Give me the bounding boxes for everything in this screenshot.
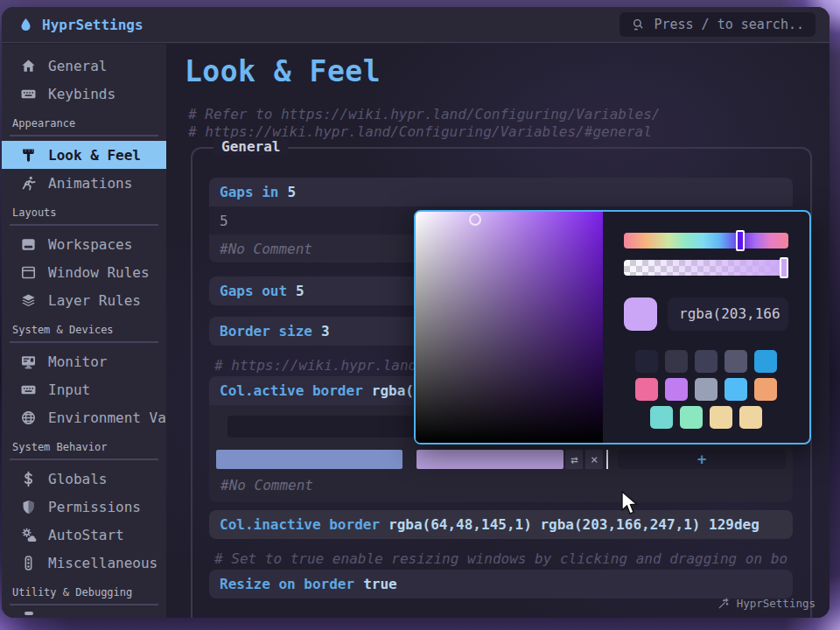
color-value-input[interactable]: rgba(203,166 bbox=[668, 298, 788, 331]
search-input[interactable]: Press / to search.. bbox=[620, 12, 816, 37]
sidebar-item-label: Look & Feel bbox=[48, 147, 141, 164]
page-comments: # Refer to https://wiki.hypr.land/Config… bbox=[188, 106, 660, 141]
sidebar-item-label: Globals bbox=[48, 471, 107, 487]
title-bar: HyprSettings Press / to search.. bbox=[2, 7, 830, 43]
color-chip-2[interactable] bbox=[416, 450, 564, 469]
palette-row bbox=[635, 378, 777, 401]
setting-name: Col.active border bbox=[220, 382, 363, 399]
add-color-button[interactable]: + bbox=[618, 450, 786, 469]
traffic-light-icon bbox=[20, 555, 37, 571]
setting-value: 5 bbox=[287, 184, 296, 200]
color-picker-popup: rgba(203,166 bbox=[414, 210, 811, 444]
palette-swatch[interactable] bbox=[650, 406, 673, 429]
sidebar-item-general[interactable]: General bbox=[2, 52, 166, 80]
sidebar-item-layer-rules[interactable]: Layer Rules bbox=[2, 286, 166, 314]
setting-header-col-inactive[interactable]: Col.inactive border rgba(64,48,145,1) rg… bbox=[209, 510, 793, 539]
swap-colors-button[interactable]: ⇄ bbox=[565, 450, 583, 469]
palette-swatch[interactable] bbox=[665, 350, 688, 373]
sidebar-item-workspaces[interactable]: Workspaces bbox=[2, 230, 166, 258]
palette-swatch[interactable] bbox=[710, 406, 732, 429]
footer-brand-label: HyprSettings bbox=[737, 597, 816, 610]
gear-cloud-icon bbox=[20, 527, 37, 543]
palette-swatch[interactable] bbox=[754, 378, 777, 401]
home-icon bbox=[20, 58, 37, 74]
workspace-icon bbox=[20, 236, 37, 253]
hue-slider[interactable] bbox=[624, 233, 788, 248]
setting-name: Gaps out bbox=[220, 283, 287, 299]
setting-value: 3 bbox=[321, 323, 330, 340]
sidebar-item-animations[interactable]: Animations bbox=[2, 169, 166, 197]
col-active-comment: #No Comment bbox=[220, 477, 786, 494]
setting-col-inactive-border: Col.inactive border rgba(64,48,145,1) rg… bbox=[209, 510, 793, 539]
setting-value: 5 bbox=[296, 283, 304, 299]
sidebar-item-autostart[interactable]: AutoStart bbox=[2, 521, 166, 549]
sidebar-item-globals[interactable]: Globals bbox=[2, 465, 166, 493]
alpha-slider-handle[interactable] bbox=[780, 257, 788, 278]
hue-slider-handle[interactable] bbox=[736, 230, 745, 251]
window-icon bbox=[20, 264, 37, 281]
palette-swatch[interactable] bbox=[695, 378, 718, 401]
color-chip-1[interactable] bbox=[216, 450, 402, 469]
sidebar: GeneralKeybindsAppearanceLook & FeelAnim… bbox=[2, 44, 166, 618]
globe-icon bbox=[20, 410, 37, 426]
sidebar-section-layouts: Layouts bbox=[10, 206, 158, 226]
resize-comment: # Set to true enable resizing windows by… bbox=[214, 550, 793, 567]
setting-name: Resize on border bbox=[220, 576, 354, 592]
palette-swatch[interactable] bbox=[754, 350, 777, 373]
setting-header-resize[interactable]: Resize on border true bbox=[209, 570, 793, 598]
shield-icon bbox=[20, 499, 37, 515]
sidebar-section-appearance: Appearance bbox=[10, 117, 158, 136]
sidebar-section-system-devices: System & Devices bbox=[10, 324, 158, 343]
layers-icon bbox=[20, 292, 37, 309]
color-preview-row: rgba(203,166 bbox=[624, 298, 788, 331]
sidebar-item-label: Permissions bbox=[48, 499, 141, 515]
water-drop-icon bbox=[18, 16, 33, 33]
sidebar-item-input[interactable]: Input bbox=[2, 375, 166, 403]
saturation-area[interactable] bbox=[416, 212, 603, 443]
app-brand: HyprSettings bbox=[18, 16, 144, 33]
sidebar-item-label: Workspaces bbox=[48, 236, 132, 253]
sidebar-item-window-rules[interactable]: Window Rules bbox=[2, 258, 166, 286]
palette-swatch[interactable] bbox=[635, 378, 658, 401]
color-chips-row: ⇄ × + bbox=[216, 450, 786, 469]
palette-swatch[interactable] bbox=[680, 406, 703, 429]
palette-swatch[interactable] bbox=[695, 350, 718, 373]
saturation-cursor[interactable] bbox=[469, 214, 481, 226]
sidebar-item-label: Keybinds bbox=[48, 86, 116, 102]
monitor-icon bbox=[20, 354, 37, 370]
wand-icon bbox=[718, 598, 730, 610]
swap-icon: ⇄ bbox=[570, 452, 578, 466]
palette-swatch[interactable] bbox=[635, 350, 658, 373]
palette-swatch[interactable] bbox=[724, 378, 747, 401]
keyboard-icon bbox=[20, 382, 37, 398]
search-placeholder: Press / to search.. bbox=[654, 17, 804, 32]
palette-row bbox=[635, 350, 777, 373]
remove-color-button[interactable]: × bbox=[585, 450, 603, 469]
setting-value: true bbox=[363, 576, 397, 592]
palette-swatch[interactable] bbox=[739, 406, 762, 429]
sidebar-item-environment-va[interactable]: Environment Va bbox=[2, 403, 166, 431]
setting-header-gaps-in[interactable]: Gaps in 5 bbox=[209, 178, 793, 206]
sidebar-item-partial bbox=[24, 612, 33, 615]
current-color-swatch bbox=[624, 298, 657, 331]
dollar-icon bbox=[20, 471, 37, 487]
alpha-slider[interactable] bbox=[624, 260, 788, 276]
sidebar-item-keybinds[interactable]: Keybinds bbox=[2, 80, 166, 108]
sidebar-item-label: Environment Va bbox=[48, 410, 166, 426]
sidebar-item-miscellaneous[interactable]: Miscellaneous bbox=[2, 549, 166, 577]
plus-icon: + bbox=[697, 451, 706, 468]
runner-icon bbox=[20, 175, 37, 192]
text-caret bbox=[606, 450, 608, 469]
sidebar-item-label: Layer Rules bbox=[48, 292, 141, 309]
sidebar-item-label: Input bbox=[48, 382, 90, 398]
search-icon bbox=[631, 18, 646, 32]
app-title: HyprSettings bbox=[42, 17, 144, 33]
sidebar-item-look-feel[interactable]: Look & Feel bbox=[2, 141, 166, 169]
sidebar-item-label: General bbox=[48, 58, 107, 74]
sidebar-item-monitor[interactable]: Monitor bbox=[2, 347, 166, 375]
palette-swatch[interactable] bbox=[665, 378, 688, 401]
sidebar-item-permissions[interactable]: Permissions bbox=[2, 493, 166, 521]
palette-swatch[interactable] bbox=[724, 350, 747, 373]
sidebar-item-label: Animations bbox=[48, 175, 132, 192]
keyboard-icon bbox=[20, 86, 37, 102]
